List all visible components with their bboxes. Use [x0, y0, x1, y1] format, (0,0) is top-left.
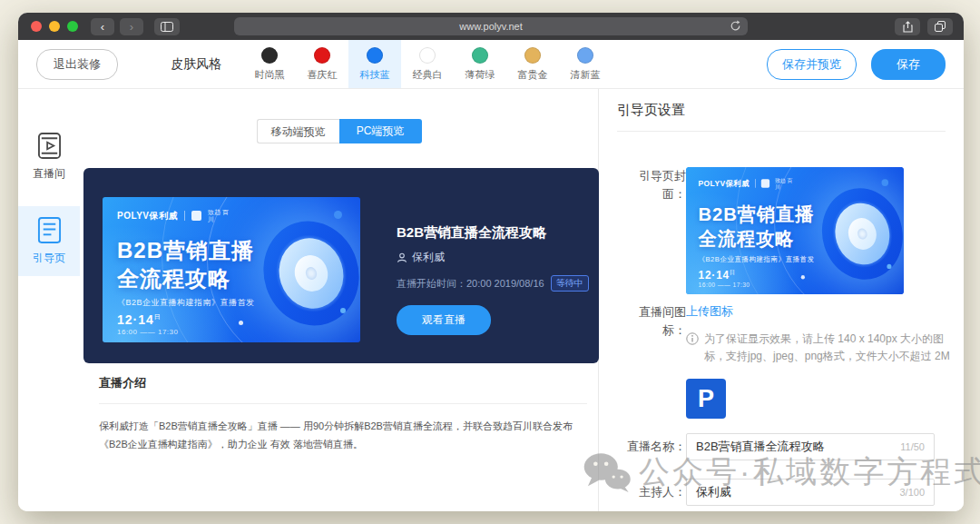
upload-icon-link[interactable]: 上传图标 [686, 303, 958, 320]
exit-decoration-button[interactable]: 退出装修 [36, 49, 118, 80]
swatch-label: 时尚黑 [255, 68, 285, 82]
cover-title-line2: 全流程攻略 [117, 265, 254, 293]
logo-letter: P [698, 385, 714, 413]
live-title: B2B营销直播全流程攻略 [397, 224, 589, 242]
host-row: 主持人： 保利威 3/100 [617, 479, 946, 506]
swatch-color-white [419, 47, 436, 64]
settings-heading: 引导页设置 [617, 89, 946, 132]
page-content: 退出装修 皮肤风格 时尚黑 喜庆红 科技蓝 经典白 [18, 40, 964, 511]
polyv-brand-logo: POLYV保利威 [699, 178, 750, 189]
partner-logo-icon [761, 179, 769, 188]
live-host-row: 保利威 [397, 250, 589, 265]
cover-title: B2B营销直播 全流程攻略 [117, 237, 254, 292]
browser-window: ‹ › www.polyv.net [18, 13, 964, 511]
swatch-label: 经典白 [413, 68, 443, 82]
partner-name: 致趋 百川 [775, 177, 795, 189]
live-info-block: B2B营销直播全流程攻略 保利威 直播开始时间：20:00 2019/08/16… [397, 224, 589, 335]
left-sidebar: 直播间 引导页 [18, 89, 80, 511]
divider [99, 403, 587, 404]
partner-name: 致趋 百川 [208, 209, 231, 222]
glow-disc-graphic [250, 209, 360, 338]
live-intro-section: 直播介绍 保利威打造「B2B营销直播全攻略」直播 —— 用90分钟拆解B2B营销… [99, 375, 587, 454]
sidebar-item-label: 引导页 [33, 251, 65, 266]
skin-swatch-tech-blue[interactable]: 科技蓝 [348, 40, 401, 88]
swatch-color-red [314, 47, 330, 64]
cover-time: 16:00 —— 17:30 [117, 328, 178, 336]
skin-swatch-red[interactable]: 喜庆红 [296, 40, 348, 88]
polyv-p-logo: P [686, 379, 726, 419]
preview-area: 移动端预览 PC端预览 POLY [80, 89, 599, 511]
browser-titlebar: ‹ › www.polyv.net [18, 13, 964, 40]
decor-dot [239, 321, 243, 325]
live-room-icon [37, 132, 62, 160]
skin-swatch-green[interactable]: 薄荷绿 [454, 40, 506, 88]
watch-live-button[interactable]: 观看直播 [397, 305, 491, 335]
live-start-time: 直播开始时间：20:00 2019/08/16 [397, 277, 544, 291]
skin-style-label: 皮肤风格 [171, 56, 221, 73]
skin-swatch-fresh-blue[interactable]: 清新蓝 [559, 40, 612, 88]
upload-hint: 为了保证显示效果，请上传 140 x 140px 大小的图标，支持jpg、jpe… [686, 331, 958, 364]
address-bar[interactable]: www.polyv.net [234, 17, 748, 35]
swatch-color-green [472, 47, 488, 64]
host-value: 保利威 [696, 484, 731, 500]
skin-swatch-white[interactable]: 经典白 [401, 40, 454, 88]
save-button[interactable]: 保存 [871, 49, 946, 80]
tab-pc-preview[interactable]: PC端预览 [339, 119, 422, 143]
decor-dot [334, 211, 342, 219]
room-icon-label: 直播间图标： [617, 303, 686, 419]
reload-icon[interactable] [730, 20, 741, 32]
swatch-label: 清新蓝 [571, 68, 601, 82]
traffic-lights [31, 21, 78, 32]
partner-logo-icon [191, 211, 201, 221]
sidebar-toggle-button[interactable] [154, 18, 180, 35]
room-icon-setting-row: 直播间图标： 上传图标 为了保证显示效果，请上传 140 x 140px 大小的… [617, 303, 946, 419]
cover-brand-row: POLYV保利威 致趋 百川 [117, 209, 231, 222]
live-start-time-row: 直播开始时间：20:00 2019/08/16 等待中 [397, 275, 589, 292]
decoration-toolbar: 退出装修 皮肤风格 时尚黑 喜庆红 科技蓝 经典白 [18, 40, 964, 89]
cover-setting-label: 引导页封面： [617, 167, 686, 294]
host-input[interactable]: 保利威 3/100 [686, 479, 935, 506]
tabs-icon [935, 21, 946, 32]
live-cover-image-thumb: POLYV保利威 致趋 百川 B2B营销直播 全流程攻略 《B2B企业直播构建指… [686, 167, 904, 294]
live-name-label: 直播名称： [617, 438, 686, 456]
sidebar-item-live-room[interactable]: 直播间 [18, 122, 80, 192]
live-intro-text: 保利威打造「B2B营销直播全攻略」直播 —— 用90分钟拆解B2B营销直播全流程… [99, 417, 582, 454]
live-name-value: B2B营销直播全流程攻略 [696, 439, 825, 455]
live-cover-image: POLYV保利威 致趋 百川 B2B营销直播 全流程攻略 《B2B企业直播构建指… [103, 197, 360, 342]
back-button[interactable]: ‹ [91, 18, 114, 35]
skin-swatch-gold[interactable]: 富贵金 [506, 40, 559, 88]
zoom-window-icon[interactable] [67, 21, 78, 32]
swatch-label: 喜庆红 [308, 68, 338, 82]
swatch-color-tech-blue [367, 47, 383, 64]
swatch-color-black [261, 47, 278, 64]
swatch-label: 科技蓝 [360, 68, 390, 82]
skin-swatches: 时尚黑 喜庆红 科技蓝 经典白 薄荷绿 [243, 40, 612, 88]
skin-swatch-black[interactable]: 时尚黑 [243, 40, 296, 88]
status-badge: 等待中 [551, 275, 589, 292]
live-name-counter: 11/50 [900, 441, 925, 452]
guide-cover-thumbnail[interactable]: POLYV保利威 致趋 百川 B2B营销直播 全流程攻略 《B2B企业直播构建指… [686, 167, 904, 294]
sidebar-icon [161, 22, 173, 32]
cover-title-line1: B2B营销直播 [117, 237, 254, 265]
tab-mobile-preview[interactable]: 移动端预览 [257, 119, 339, 143]
host-counter: 3/100 [899, 487, 925, 498]
host-label: 主持人： [617, 483, 686, 501]
cover-subtitle: 《B2B企业直播构建指南》直播首发 [117, 297, 255, 309]
cover-date: 12·14日 [117, 312, 162, 327]
sidebar-item-guide-page[interactable]: 引导页 [18, 206, 80, 276]
live-name-input[interactable]: B2B营销直播全流程攻略 11/50 [686, 433, 935, 460]
swatch-label: 富贵金 [518, 68, 548, 82]
swatch-color-fresh-blue [577, 47, 593, 64]
person-icon [397, 252, 407, 263]
polyv-brand-logo: POLYV保利威 [117, 210, 178, 222]
live-name-row: 直播名称： B2B营销直播全流程攻略 11/50 [617, 433, 946, 460]
guide-page-preview-panel: POLYV保利威 致趋 百川 B2B营销直播 全流程攻略 《B2B企业直播构建指… [83, 168, 599, 363]
tabs-overview-button[interactable] [927, 18, 953, 35]
close-window-icon[interactable] [31, 21, 42, 32]
brand-separator [184, 211, 185, 221]
share-button[interactable] [895, 18, 920, 35]
minimize-window-icon[interactable] [49, 21, 60, 32]
save-and-preview-button[interactable]: 保存并预览 [767, 49, 857, 80]
cover-setting-row: 引导页封面： POLYV保利威 致趋 百川 [617, 167, 946, 294]
forward-button[interactable]: › [120, 18, 143, 35]
